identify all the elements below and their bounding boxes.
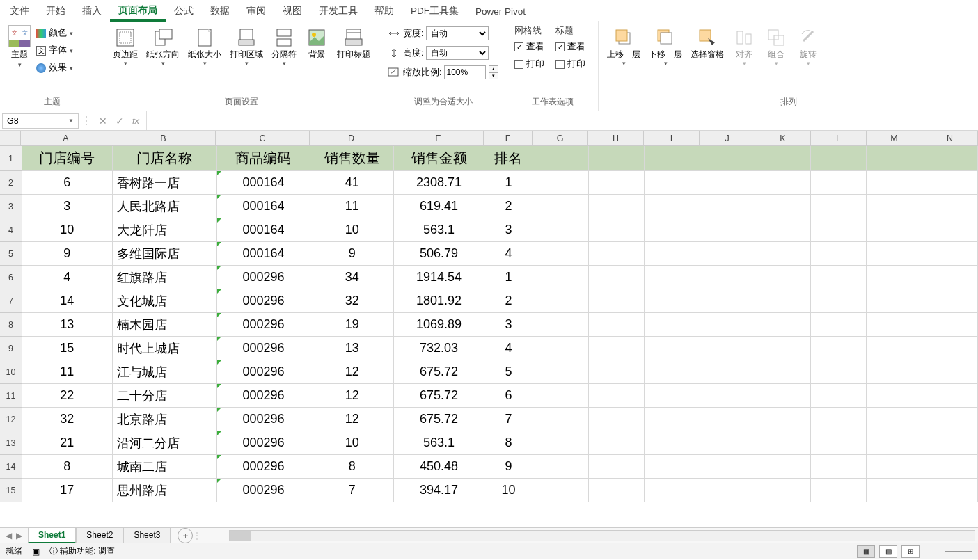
cell[interactable]: 时代上城店 (113, 337, 217, 360)
cell[interactable] (922, 384, 978, 408)
sheet-tab[interactable]: Sheet1 (28, 528, 76, 543)
cell[interactable] (700, 195, 756, 218)
cell[interactable] (645, 360, 700, 384)
cell[interactable] (811, 455, 867, 479)
cell[interactable]: 红旗路店 (113, 266, 217, 289)
cell[interactable] (867, 218, 922, 242)
send-backward-button[interactable]: 下移一层▾ (645, 24, 686, 67)
selection-pane-button[interactable]: 选择窗格 (686, 24, 728, 59)
row-header[interactable]: 15 (0, 479, 22, 502)
cell[interactable]: 8 (310, 455, 394, 479)
cell[interactable] (533, 431, 589, 455)
column-header[interactable]: H (588, 131, 644, 145)
cell[interactable]: 沿河二分店 (113, 431, 217, 455)
cell[interactable]: 1801.92 (394, 289, 484, 313)
cell[interactable] (700, 289, 756, 313)
cell[interactable] (589, 455, 645, 479)
cell[interactable] (811, 431, 867, 455)
cell[interactable]: 5 (484, 360, 533, 384)
fx-icon[interactable]: fx (132, 115, 139, 126)
size-button[interactable]: 纸张大小▾ (184, 24, 226, 67)
cell[interactable]: 000296 (217, 455, 311, 479)
orientation-button[interactable]: 纸张方向▾ (142, 24, 184, 67)
cell[interactable] (533, 146, 589, 171)
cell[interactable] (755, 171, 811, 195)
cell[interactable] (645, 479, 700, 502)
cell[interactable] (922, 360, 978, 384)
column-header[interactable]: M (867, 131, 922, 145)
cell[interactable] (922, 455, 978, 479)
cell[interactable]: 13 (310, 337, 394, 360)
page-layout-view-button[interactable]: ▤ (879, 545, 897, 558)
cell[interactable]: 15 (22, 337, 113, 360)
cell[interactable]: 9 (22, 242, 113, 266)
cell[interactable]: 8 (22, 455, 113, 479)
cell[interactable]: 4 (484, 337, 533, 360)
cell[interactable] (533, 455, 589, 479)
cell[interactable] (533, 171, 589, 195)
cell[interactable]: 450.48 (394, 455, 484, 479)
cell[interactable] (645, 289, 700, 313)
cell[interactable] (755, 360, 811, 384)
cell[interactable] (533, 195, 589, 218)
cell[interactable]: 1 (484, 171, 533, 195)
cell[interactable] (755, 195, 811, 218)
cell[interactable] (700, 360, 756, 384)
rotate-button[interactable]: 旋转▾ (792, 24, 824, 67)
cell[interactable]: 12 (310, 360, 394, 384)
cell[interactable] (700, 479, 756, 502)
cell[interactable]: 2 (484, 195, 533, 218)
cell[interactable] (589, 171, 645, 195)
scale-up[interactable]: ▴ (489, 65, 498, 72)
cell[interactable] (589, 313, 645, 337)
cell[interactable]: 21 (22, 431, 113, 455)
column-header[interactable]: F (484, 131, 533, 145)
width-select[interactable]: 自动 (426, 26, 489, 40)
cell[interactable]: 000164 (217, 242, 311, 266)
cell[interactable] (811, 408, 867, 431)
cell[interactable]: 000296 (217, 313, 311, 337)
cell[interactable]: 排名 (484, 146, 533, 171)
cell[interactable]: 香树路一店 (113, 171, 217, 195)
cell[interactable] (645, 242, 700, 266)
menu-tab-开始[interactable]: 开始 (38, 1, 74, 20)
cell[interactable]: 门店名称 (113, 146, 217, 171)
cell[interactable]: 563.1 (394, 218, 484, 242)
cell[interactable] (589, 479, 645, 502)
cell[interactable] (533, 384, 589, 408)
cell[interactable]: 32 (22, 408, 113, 431)
cell[interactable]: 619.41 (394, 195, 484, 218)
cell[interactable]: 000296 (217, 431, 311, 455)
column-header[interactable]: G (533, 131, 588, 145)
cell[interactable] (645, 266, 700, 289)
menu-tab-开发工具[interactable]: 开发工具 (310, 1, 366, 20)
cell[interactable]: 7 (484, 408, 533, 431)
column-header[interactable]: N (922, 131, 978, 145)
cell[interactable]: 多维国际店 (113, 242, 217, 266)
cell[interactable]: 4 (22, 266, 113, 289)
column-header[interactable]: J (700, 131, 755, 145)
cell[interactable] (645, 171, 700, 195)
cell[interactable]: 000164 (217, 218, 311, 242)
cell[interactable]: 563.1 (394, 431, 484, 455)
cell[interactable]: 675.72 (394, 408, 484, 431)
cell[interactable] (811, 266, 867, 289)
print-area-button[interactable]: 打印区域▾ (226, 24, 267, 67)
cell[interactable]: 3 (22, 195, 113, 218)
cell[interactable] (700, 337, 756, 360)
align-button[interactable]: 对齐▾ (728, 24, 760, 67)
fonts-button[interactable]: 文字体▾ (35, 44, 74, 57)
cell[interactable]: 732.03 (394, 337, 484, 360)
cell[interactable]: 000296 (217, 337, 311, 360)
gridlines-print-checkbox[interactable]: 打印 (514, 58, 544, 70)
cell[interactable]: 9 (310, 242, 394, 266)
cell[interactable]: 13 (22, 313, 113, 337)
cell[interactable] (867, 313, 922, 337)
cell[interactable]: 000164 (217, 171, 311, 195)
height-select[interactable]: 自动 (426, 46, 489, 60)
cell[interactable]: 人民北路店 (113, 195, 217, 218)
cell[interactable] (867, 479, 922, 502)
cell[interactable] (700, 146, 756, 171)
cell[interactable] (867, 360, 922, 384)
cell[interactable]: 11 (310, 195, 394, 218)
